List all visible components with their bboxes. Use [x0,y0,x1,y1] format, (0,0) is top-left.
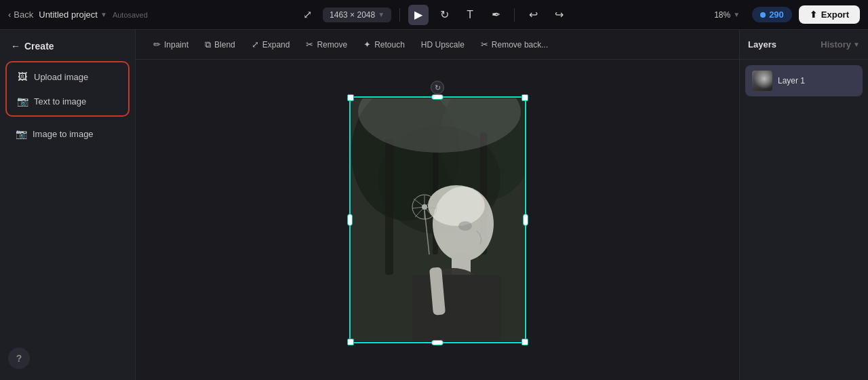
remove-back-button[interactable]: ✂ Remove back... [474,36,555,53]
canvas-image-wrapper[interactable]: ↻ [351,98,524,341]
blend-button[interactable]: ⧉ Blend [198,36,242,54]
hd-upscale-button[interactable]: HD Upscale [414,37,471,53]
inpaint-label: Inpaint [164,40,189,50]
project-name-chevron-icon: ▼ [100,11,107,18]
redo-icon[interactable]: ↪ [549,5,569,25]
blend-label: Blend [214,40,235,50]
undo-icon[interactable]: ↩ [523,5,543,25]
expand-label: Expand [262,40,290,50]
text-to-image-icon: 📷 [16,96,28,107]
text-tool-icon[interactable]: T [460,5,480,25]
project-name-text: Untitled project [39,10,98,20]
svg-rect-12 [412,275,500,341]
rotate-tool-icon[interactable]: ↻ [434,5,454,25]
layer-name-label: Layer 1 [778,76,805,86]
rotate-handle[interactable]: ↻ [431,81,444,94]
remove-back-label: Remove back... [492,40,548,50]
hd-upscale-label: HD Upscale [421,40,465,50]
sidebar-item-upload-image[interactable]: 🖼 Upload image [9,65,125,88]
sidebar-item-image-to-image[interactable]: 📷 Image to image [8,122,127,145]
back-button[interactable]: ‹ Back [8,10,33,20]
size-chevron-icon: ▼ [378,11,384,18]
retouch-button[interactable]: ✦ Retouch [357,36,412,53]
text-to-image-label: Text to image [34,96,86,107]
image-to-image-icon: 📷 [15,128,27,139]
credits-dot-icon [760,12,766,18]
canvas-container[interactable]: ↻ [136,60,739,380]
layer-item[interactable]: Layer 1 [745,65,863,96]
sidebar-item-text-to-image[interactable]: 📷 Text to image [9,90,125,113]
credits-badge[interactable]: 290 [752,7,792,22]
svg-rect-4 [385,139,393,275]
topbar-left: ‹ Back Untitled project ▼ Autosaved [8,10,157,20]
history-chevron-icon: ▼ [853,41,860,48]
image-to-image-label: Image to image [33,129,94,139]
select-tool-icon[interactable]: ▶ [408,5,429,25]
export-button[interactable]: ⬆ Export [799,5,860,24]
history-tab-label: History [821,39,851,50]
remove-icon: ✂ [306,39,313,50]
edit-toolbar: ✏ Inpaint ⧉ Blend ⤢ Expand ✂ Remove ✦ Re… [136,30,739,60]
help-icon: ? [16,353,22,364]
remove-label: Remove [317,40,347,50]
canvas-size-text: 1463 × 2048 [330,10,375,20]
layers-tab[interactable]: Layers [748,39,776,50]
retouch-icon: ✦ [363,39,371,50]
sidebar-bottom: ? [8,347,30,369]
topbar-separator-2 [514,8,515,22]
back-chevron-icon: ‹ [8,10,11,20]
remove-button[interactable]: ✂ Remove [299,36,354,53]
remove-back-icon: ✂ [481,39,488,50]
topbar-center: ⤢ 1463 × 2048 ▼ ▶ ↻ T ✒ ↩ ↪ [163,5,703,25]
zoom-level-text: 18% [714,10,730,20]
blend-icon: ⧉ [205,39,211,50]
back-label: Back [14,10,33,20]
resize-icon[interactable]: ⤢ [297,5,317,25]
expand-icon: ⤢ [252,39,259,50]
right-panel: Layers History ▼ Layer 1 [739,30,868,380]
left-sidebar: ← Create 🖼 Upload image 📷 Text to image … [0,30,136,380]
credits-count: 290 [769,10,784,20]
sidebar-back-icon: ← [11,41,20,52]
zoom-button[interactable]: 18% ▼ [709,7,745,22]
export-arrow-icon: ⬆ [810,10,817,20]
svg-point-25 [458,221,472,231]
main-content: ← Create 🖼 Upload image 📷 Text to image … [0,30,868,380]
export-label: Export [821,10,849,20]
right-panel-header: Layers History ▼ [740,30,868,60]
history-tab-button[interactable]: History ▼ [821,39,860,50]
topbar-separator-1 [399,8,400,22]
autosaved-label: Autosaved [113,11,148,19]
sidebar-create-menu: 🖼 Upload image 📷 Text to image [5,61,130,117]
canvas-size-badge[interactable]: 1463 × 2048 ▼ [323,7,391,22]
layer-thumbnail [752,71,772,91]
upload-icon: 🖼 [16,71,28,82]
topbar: ‹ Back Untitled project ▼ Autosaved ⤢ 14… [0,0,868,30]
sidebar-title: Create [24,41,54,52]
help-button[interactable]: ? [8,347,30,369]
topbar-right: 18% ▼ 290 ⬆ Export [709,5,860,24]
canvas-area: ✏ Inpaint ⧉ Blend ⤢ Expand ✂ Remove ✦ Re… [136,30,739,380]
upload-image-label: Upload image [34,72,88,82]
canvas-image[interactable] [351,98,524,341]
inpaint-icon: ✏ [153,39,161,50]
pen-tool-icon[interactable]: ✒ [486,5,506,25]
expand-button[interactable]: ⤢ Expand [245,36,297,53]
retouch-label: Retouch [374,40,405,50]
inpaint-button[interactable]: ✏ Inpaint [146,36,195,53]
sidebar-header[interactable]: ← Create [5,38,130,58]
project-name[interactable]: Untitled project ▼ [39,10,107,20]
zoom-chevron-icon: ▼ [733,11,740,18]
